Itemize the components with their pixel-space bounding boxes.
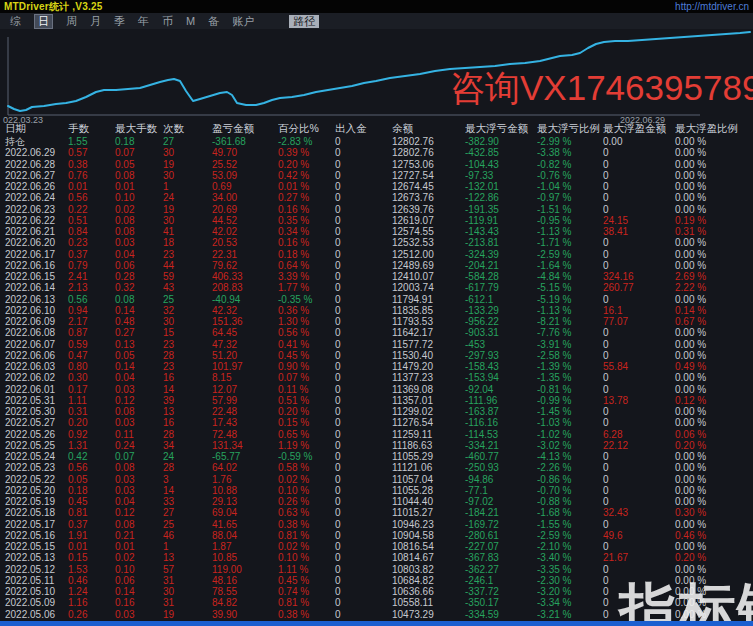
- row-cell: -0.81 %: [537, 384, 603, 395]
- row-date: 2022.05.09: [5, 597, 68, 608]
- menu-item-备[interactable]: 备: [208, 15, 219, 28]
- row-cell: 0.20 %: [675, 552, 753, 563]
- row-date: 2022.06.28: [5, 159, 68, 170]
- row-cell: -184.21: [465, 507, 537, 518]
- row-cell: 49.6: [603, 530, 675, 541]
- row-cell: 0.32: [115, 282, 163, 293]
- row-cell: 0.08: [115, 226, 163, 237]
- table-row[interactable]: 2022.05.190.450.043329.130.26 %011044.40…: [0, 496, 753, 507]
- row-cell: 0.08: [115, 406, 163, 417]
- table-row[interactable]: 2022.06.230.220.021920.690.16 %012639.76…: [0, 204, 753, 215]
- menu-item-月[interactable]: 月: [90, 15, 101, 28]
- row-cell: 0.92: [68, 429, 115, 440]
- table-row[interactable]: 2022.06.152.410.2859406.333.39 %012410.0…: [0, 271, 753, 282]
- table-row[interactable]: 2022.06.030.800.1423101.970.90 %011479.2…: [0, 361, 753, 372]
- table-row[interactable]: 2022.05.180.810.122769.040.63 %011015.27…: [0, 507, 753, 518]
- row-cell: 25: [163, 294, 212, 305]
- row-cell: 0: [335, 316, 392, 327]
- menu-item-币[interactable]: 币: [162, 15, 173, 28]
- menu-item-M[interactable]: M: [186, 15, 195, 28]
- row-cell: 0.12: [115, 395, 163, 406]
- table-row[interactable]: 2022.06.240.560.102434.000.27 %012673.76…: [0, 192, 753, 203]
- table-row[interactable]: 2022.06.160.790.064479.620.64 %012489.69…: [0, 260, 753, 271]
- table-row[interactable]: 2022.06.200.230.031820.530.16 %012532.53…: [0, 237, 753, 248]
- row-date: 2022.06.03: [5, 361, 68, 372]
- row-cell: -114.53: [465, 429, 537, 440]
- row-cell: 0.14: [115, 305, 163, 316]
- row-cell: -2.99 %: [537, 136, 603, 147]
- path-button[interactable]: 路径: [289, 15, 319, 28]
- table-row[interactable]: 2022.05.251.310.2434131.341.19 %011186.6…: [0, 440, 753, 451]
- table-row[interactable]: 2022.05.260.920.112872.480.65 %011259.11…: [0, 429, 753, 440]
- row-cell: 0.00 %: [675, 192, 753, 203]
- table-row[interactable]: 2022.06.130.560.0825-40.94-0.35 %011794.…: [0, 294, 753, 305]
- menu-item-季[interactable]: 季: [114, 15, 125, 28]
- table-row[interactable]: 2022.06.020.300.04168.150.07 %011377.23-…: [0, 372, 753, 383]
- table-row[interactable]: 2022.05.300.310.081322.480.20 %011299.02…: [0, 406, 753, 417]
- menu-item-账户[interactable]: 账户: [232, 15, 254, 28]
- menu-item-日[interactable]: 日: [34, 14, 53, 29]
- menu-item-综[interactable]: 综: [10, 15, 21, 28]
- row-date: 2022.06.29: [5, 147, 68, 158]
- table-row[interactable]: 2022.06.210.840.084142.020.34 %012574.55…: [0, 226, 753, 237]
- table-row[interactable]: 2022.05.161.910.214688.040.81 %010904.58…: [0, 530, 753, 541]
- row-cell: 0.37: [68, 249, 115, 260]
- row-cell: 0: [335, 485, 392, 496]
- row-cell: 0: [603, 451, 675, 462]
- row-cell: -1.39 %: [537, 361, 603, 372]
- row-cell: -3.40 %: [537, 552, 603, 563]
- table-row[interactable]: 2022.06.060.470.052851.200.45 %011530.40…: [0, 350, 753, 361]
- row-cell: -362.27: [465, 564, 537, 575]
- table-row[interactable]: 2022.06.080.870.271564.450.56 %011642.17…: [0, 327, 753, 338]
- row-date: 2022.06.13: [5, 294, 68, 305]
- table-row[interactable]: 2022.06.220.510.083044.520.35 %012619.07…: [0, 215, 753, 226]
- table-row[interactable]: 2022.06.070.590.132347.320.41 %011577.72…: [0, 339, 753, 350]
- row-cell: 84.82: [212, 597, 278, 608]
- row-cell: 0: [335, 181, 392, 192]
- table-row[interactable]: 2022.05.150.010.0111.870.02 %010816.54-2…: [0, 541, 753, 552]
- table-row[interactable]: 2022.05.240.420.0724-65.77-0.59 %011055.…: [0, 451, 753, 462]
- table-row[interactable]: 2022.05.230.560.082864.020.58 %011121.06…: [0, 462, 753, 473]
- table-row[interactable]: 2022.06.100.940.143242.320.36 %011835.85…: [0, 305, 753, 316]
- row-cell: 12619.07: [392, 215, 465, 226]
- row-cell: 0.81 %: [278, 530, 335, 541]
- row-cell: 0: [335, 519, 392, 530]
- app-title: MTDriver统计 ,V3.25: [4, 0, 102, 14]
- row-date: 2022.05.15: [5, 541, 68, 552]
- row-cell: 0.03: [115, 237, 163, 248]
- column-header: 最大浮盈比例: [675, 122, 753, 136]
- table-row[interactable]: 2022.06.260.010.0110.690.01 %012674.45-1…: [0, 181, 753, 192]
- table-row[interactable]: 2022.05.170.370.082541.650.38 %010946.23…: [0, 519, 753, 530]
- row-date: 2022.06.26: [5, 181, 68, 192]
- table-body: 持仓1.550.1827-361.68-2.83 %012802.76-382.…: [0, 136, 753, 620]
- row-cell: 0.45 %: [278, 575, 335, 586]
- table-row[interactable]: 2022.05.130.150.021310.850.10 %010814.67…: [0, 552, 753, 563]
- row-cell: 0.00 %: [675, 136, 753, 147]
- row-cell: 0.67 %: [675, 316, 753, 327]
- app-url-link[interactable]: http://mtdriver.cn: [675, 1, 749, 12]
- row-date: 2022.05.10: [5, 586, 68, 597]
- row-cell: -7.76 %: [537, 327, 603, 338]
- table-row[interactable]: 2022.06.270.760.083053.090.42 %012727.54…: [0, 170, 753, 181]
- row-cell: 22.31: [212, 249, 278, 260]
- menu-item-年[interactable]: 年: [138, 15, 149, 28]
- row-cell: -334.21: [465, 440, 537, 451]
- row-cell: 16.1: [603, 305, 675, 316]
- table-row[interactable]: 2022.06.010.170.031412.070.11 %011369.08…: [0, 384, 753, 395]
- table-row[interactable]: 2022.06.170.370.042322.310.18 %012512.00…: [0, 249, 753, 260]
- table-row[interactable]: 2022.05.200.180.031410.880.10 %011055.28…: [0, 485, 753, 496]
- table-row[interactable]: 2022.06.290.570.073049.700.39 %012802.76…: [0, 147, 753, 158]
- row-cell: 0.10: [115, 564, 163, 575]
- menu-item-周[interactable]: 周: [66, 15, 77, 28]
- row-cell: 1.91: [68, 530, 115, 541]
- table-row[interactable]: 2022.05.220.050.0331.760.02 %011057.04-9…: [0, 474, 753, 485]
- table-row[interactable]: 2022.06.280.380.051925.520.20 %012753.06…: [0, 159, 753, 170]
- table-row[interactable]: 持仓1.550.1827-361.68-2.83 %012802.76-382.…: [0, 136, 753, 147]
- row-cell: 0: [603, 519, 675, 530]
- table-row[interactable]: 2022.05.311.110.123957.990.51 %011357.01…: [0, 395, 753, 406]
- row-cell: 11259.11: [392, 429, 465, 440]
- table-row[interactable]: 2022.05.270.200.031617.430.15 %011276.54…: [0, 417, 753, 428]
- table-row[interactable]: 2022.06.092.170.4830151.361.30 %011793.5…: [0, 316, 753, 327]
- table-row[interactable]: 2022.06.142.130.3243208.831.77 %012003.7…: [0, 282, 753, 293]
- row-cell: 0.18: [68, 485, 115, 496]
